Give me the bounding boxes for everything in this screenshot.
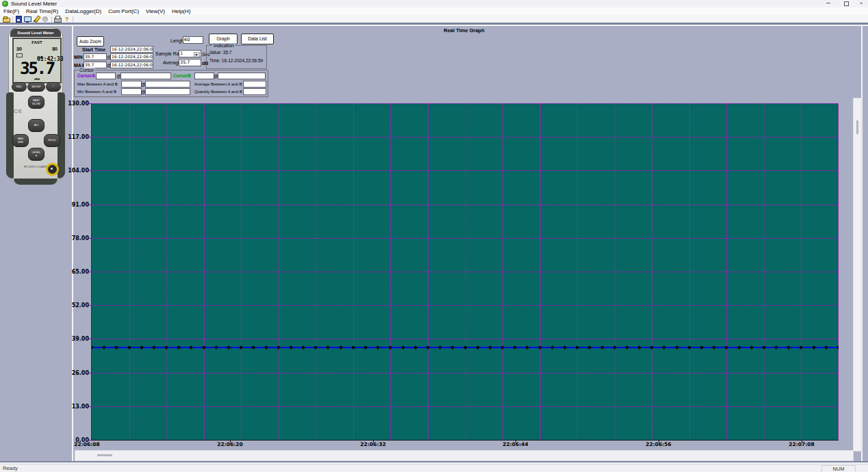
- min-time-field[interactable]: 16-12-2024,22:06:08: [110, 53, 153, 60]
- disconnect-icon[interactable]: [42, 16, 49, 23]
- v-gridline: [689, 103, 690, 440]
- menu-item-com-port[interactable]: Com Port(C): [108, 8, 139, 15]
- cursor-b-value-field[interactable]: [194, 73, 214, 79]
- status-text: Ready: [3, 465, 18, 471]
- min-ab-label: Min Between A and B: [77, 90, 116, 94]
- y-axis-label: 91.00: [62, 202, 89, 208]
- v-gridline: [577, 103, 578, 440]
- status-bar: Ready NUM: [0, 464, 868, 472]
- v-gridline: [540, 103, 541, 440]
- y-axis-label: 65.00: [62, 269, 89, 275]
- about-help-icon[interactable]: ?: [63, 16, 71, 23]
- open-file-icon[interactable]: [3, 16, 10, 23]
- average-field[interactable]: 35.7: [179, 59, 201, 66]
- v-gridline: [390, 103, 391, 440]
- v-gridline: [166, 103, 167, 440]
- v-gridline: [428, 103, 429, 440]
- cursor-a-value-field[interactable]: [96, 73, 116, 79]
- device-setup-key: SETUP: [27, 82, 45, 92]
- data-point-marker: [837, 345, 839, 350]
- avg-ab-value-field[interactable]: [243, 81, 266, 88]
- vertical-scrollbar[interactable]: [853, 98, 862, 451]
- print-icon[interactable]: [54, 16, 62, 23]
- num-lock-indicator: NUM: [821, 465, 856, 472]
- avg-ab-label: Average Between A and B: [194, 82, 242, 86]
- restore-button[interactable]: [839, 0, 853, 8]
- x-axis-tick: [659, 441, 659, 443]
- qty-ab-label: Quantity Between A and B: [194, 90, 242, 94]
- plot-area[interactable]: [91, 103, 839, 441]
- setup-icon[interactable]: [33, 16, 40, 23]
- y-axis-label: 26.00: [62, 370, 89, 376]
- cursor-a-label: CursorA: [77, 73, 95, 78]
- indication-value: 35.7: [223, 50, 232, 55]
- horizontal-scrollbar-thumb[interactable]: [97, 454, 112, 456]
- cursor-a-time-field[interactable]: [120, 73, 171, 79]
- lcd-battery-icon: [16, 53, 23, 57]
- max-ab-value-field[interactable]: [121, 81, 142, 88]
- horizontal-scrollbar[interactable]: [75, 450, 854, 461]
- vertical-scrollbar-thumb[interactable]: [856, 120, 858, 134]
- device-lcd: FAST 30 80 01:42:33TIME 35.7 dBA: [12, 38, 62, 83]
- menu-item-datalogger[interactable]: DataLogger(D): [65, 8, 101, 15]
- toolbar-separator: [12, 16, 13, 23]
- title-bar: Sound Level Meter ×: [0, 0, 868, 8]
- x-axis-tick: [515, 441, 516, 443]
- v-gridline: [502, 103, 503, 440]
- device-power-button: [46, 163, 59, 176]
- min-value-field[interactable]: 35.7: [84, 53, 107, 60]
- min-ab-value-field[interactable]: [121, 88, 142, 95]
- v-gridline: [204, 103, 205, 440]
- toolbar-separator: [73, 16, 73, 23]
- y-axis-label: 130.00: [62, 101, 89, 107]
- qty-ab-value-field[interactable]: [243, 88, 266, 95]
- length-field[interactable]: 60: [183, 36, 203, 44]
- min-ab-time-field[interactable]: [145, 88, 190, 95]
- y-axis-label: 39.00: [62, 336, 89, 342]
- y-axis-label: 117.00: [62, 134, 89, 140]
- indication-title: Indication: [212, 43, 235, 48]
- graph-title: Real Time Graph: [396, 27, 533, 34]
- auto-zoom-button[interactable]: Auto Zoom: [77, 36, 104, 47]
- app-icon: [2, 1, 8, 7]
- x-axis-tick: [373, 441, 374, 443]
- device-hold-key: HOLD: [44, 134, 60, 147]
- device-ac-key: A/C: [28, 119, 44, 132]
- lcd-unit: dBA: [14, 77, 60, 81]
- device-header-label: Sound Level Meter: [10, 29, 61, 37]
- cursor-b-label: CursorB: [173, 73, 191, 78]
- combo-dropdown-icon[interactable]: [194, 52, 200, 57]
- toolbar-separator: [51, 16, 52, 23]
- lcd-range-low: 30: [16, 47, 22, 51]
- max-time-field[interactable]: 16-12-2024,22:06:08: [110, 62, 153, 68]
- device-maxmin-key: MAX MIN: [12, 134, 29, 147]
- device-light-key: *: [46, 82, 61, 92]
- menu-item-real-time[interactable]: Real Time(R): [26, 8, 58, 15]
- close-button[interactable]: ×: [854, 0, 868, 8]
- lcd-mode: FAST: [14, 40, 60, 44]
- sample-rate-combo[interactable]: 1: [179, 50, 201, 57]
- v-gridline: [465, 103, 466, 440]
- min-label: MIN: [74, 55, 83, 60]
- minimize-button[interactable]: [821, 0, 835, 8]
- menu-item-help[interactable]: Help(H): [172, 8, 191, 15]
- y-axis-label: 52.00: [62, 302, 89, 309]
- device-photo: Sound Level Meter FAST 30 80 01:42:33TIM…: [7, 27, 64, 186]
- v-gridline: [615, 103, 615, 440]
- edge-top-light: [0, 25, 868, 26]
- device-rec-key: REC: [12, 82, 27, 92]
- data-list-button[interactable]: Data List: [241, 34, 274, 44]
- menu-item-view[interactable]: View(V): [146, 8, 165, 15]
- menu-item-file[interactable]: File(F): [3, 8, 19, 15]
- v-gridline: [279, 103, 279, 440]
- datalogger-monitor-icon[interactable]: [24, 16, 31, 23]
- indication-value-line: Value: 35.7: [209, 50, 231, 55]
- save-icon[interactable]: [15, 16, 23, 23]
- cursor-b-time-field[interactable]: [218, 73, 266, 79]
- lcd-value: 35.7: [13, 60, 60, 77]
- max-ab-time-field[interactable]: [145, 81, 190, 88]
- v-gridline: [652, 103, 652, 440]
- y-axis-label: 104.00: [62, 168, 89, 174]
- device-bottom: [14, 179, 58, 185]
- start-time-field[interactable]: 16-12-2024,22:06:08: [110, 46, 153, 53]
